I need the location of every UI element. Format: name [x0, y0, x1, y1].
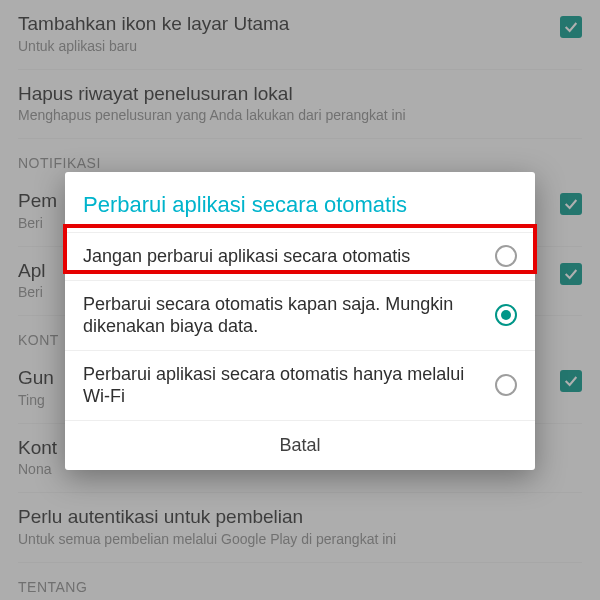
option-label: Perbarui secara otomatis kapan saja. Mun… — [83, 293, 495, 338]
settings-screen: Tambahkan ikon ke layar Utama Untuk apli… — [0, 0, 600, 600]
option-label: Jangan perbarui aplikasi secara otomatis — [83, 245, 495, 268]
dialog-title: Perbarui aplikasi secara otomatis — [65, 172, 535, 232]
radio-selected-icon[interactable] — [495, 304, 517, 326]
option-never-auto-update[interactable]: Jangan perbarui aplikasi secara otomatis — [65, 232, 535, 280]
radio-unselected-icon[interactable] — [495, 245, 517, 267]
option-label: Perbarui aplikasi secara otomatis hanya … — [83, 363, 495, 408]
cancel-button[interactable]: Batal — [65, 420, 535, 470]
option-auto-update-wifi[interactable]: Perbarui aplikasi secara otomatis hanya … — [65, 350, 535, 420]
option-auto-update-anytime[interactable]: Perbarui secara otomatis kapan saja. Mun… — [65, 280, 535, 350]
radio-unselected-icon[interactable] — [495, 374, 517, 396]
auto-update-dialog: Perbarui aplikasi secara otomatis Jangan… — [65, 172, 535, 470]
